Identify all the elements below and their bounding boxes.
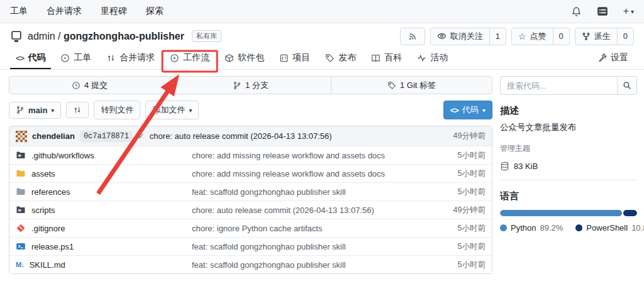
tab-code[interactable]: <> 代码 (10, 52, 51, 69)
wrench-icon (597, 53, 607, 63)
language-name: PowerShell (586, 223, 628, 233)
search-submit-button[interactable] (617, 76, 637, 95)
add-file-button[interactable]: 添加文件 ▾ (145, 101, 199, 119)
latest-commit-row: chendelian 0c7a178871 ✓ chore: auto rele… (9, 126, 492, 146)
tags-stat-label: 1 Git 标签 (400, 80, 436, 91)
language-legend: Python 89.2% PowerShell 10.8% (500, 223, 637, 233)
unwatch-label: 取消关注 (450, 31, 483, 42)
branch-selector[interactable]: main ▾ (9, 102, 61, 119)
stars-count[interactable]: 0 (553, 28, 569, 45)
status-check-icon[interactable]: ✓ (138, 131, 145, 141)
file-name[interactable]: release.ps1 (31, 242, 74, 251)
tab-packages[interactable]: 软件包 (219, 52, 270, 69)
language-percent: 10.8% (631, 223, 644, 233)
notifications-bell-icon[interactable] (571, 6, 582, 17)
code-search-input[interactable] (500, 76, 617, 95)
file-name[interactable]: assets (31, 169, 55, 178)
table-row: M↓ SKILL.md feat: scaffold gongzhonghao … (9, 255, 492, 273)
file-name[interactable]: references (31, 187, 70, 197)
fork-icon (582, 32, 591, 41)
chevron-down-icon: ▾ (189, 107, 192, 114)
tab-pulls[interactable]: 合并请求 (101, 52, 160, 69)
tab-settings[interactable]: 设置 (592, 52, 634, 69)
nav-milestones[interactable]: 里程碑 (101, 6, 127, 17)
chevron-down-icon: ▾ (631, 8, 634, 15)
eye-icon (437, 31, 447, 41)
language-segment-powershell[interactable] (623, 210, 637, 216)
repo-owner-link[interactable]: admin (28, 31, 55, 41)
table-row: scripts chore: auto release commit (2026… (9, 200, 492, 219)
search-icon (623, 81, 631, 90)
commit-message[interactable]: chore: auto release commit (2026-04-13 1… (150, 131, 332, 141)
clock-icon (72, 81, 80, 90)
file-name[interactable]: SKILL.md (30, 260, 65, 270)
file-toolbar: main ▾ 转到文件 添加文件 ▾ <> 代码 ▾ (9, 101, 492, 119)
file-commit-message[interactable]: feat: scaffold gongzhonghao publisher sk… (192, 187, 458, 197)
file-commit-time: 5小时前 (458, 150, 486, 161)
fork-label: 派生 (594, 31, 611, 42)
rss-feed-button[interactable] (400, 28, 425, 45)
nav-issues[interactable]: 工单 (10, 6, 28, 17)
repo-stats-bar: 4 提交 1 分支 1 Git 标签 (9, 76, 492, 94)
powershell-file-icon (16, 241, 26, 251)
code-download-button[interactable]: <> 代码 ▾ (443, 101, 492, 119)
language-bar[interactable] (500, 210, 637, 216)
nav-explore[interactable]: 探索 (146, 6, 164, 17)
code-icon: <> (16, 53, 24, 63)
file-commit-message[interactable]: chore: ignore Python cache artifacts (192, 224, 458, 233)
repo-sidebar: 描述 公众号文章批量发布 管理主题 83 KiB 语言 Python 89.2% (500, 76, 637, 274)
watchers-count[interactable]: 1 (489, 28, 506, 45)
tab-wiki[interactable]: 百科 (365, 52, 408, 69)
file-name[interactable]: scripts (31, 206, 55, 215)
create-new-button[interactable]: + ▾ (623, 6, 634, 17)
tab-actions[interactable]: 工作流 (164, 52, 215, 69)
legend-item-python[interactable]: Python 89.2% (500, 223, 563, 233)
commit-sha-badge[interactable]: 0c7a178871 (80, 131, 133, 142)
tab-releases[interactable]: 发布 (319, 52, 362, 69)
issue-icon (60, 53, 70, 63)
branch-icon (16, 106, 25, 114)
table-row: .github/workflows chore: add missing rel… (9, 146, 492, 164)
goto-file-button[interactable]: 转到文件 (94, 101, 140, 119)
tag-icon (387, 81, 396, 90)
content-area: 4 提交 1 分支 1 Git 标签 (0, 70, 644, 274)
tags-stat[interactable]: 1 Git 标签 (331, 77, 492, 94)
compare-icon (73, 106, 82, 114)
language-percent: 89.2% (540, 223, 563, 233)
folder-icon (16, 187, 26, 197)
manage-topics-link[interactable]: 管理主题 (500, 143, 637, 154)
private-repo-badge: 私有库 (192, 30, 221, 42)
file-commit-message[interactable]: chore: auto release commit (2026-04-13 1… (192, 206, 453, 215)
goto-file-label: 转到文件 (101, 104, 133, 116)
file-name[interactable]: .gitignore (31, 224, 65, 233)
table-row: references feat: scaffold gongzhonghao p… (9, 182, 492, 200)
description-title: 描述 (500, 105, 637, 117)
fork-button[interactable]: 派生 0 (575, 28, 634, 45)
code-icon: <> (450, 106, 458, 115)
tab-issues[interactable]: 工单 (55, 52, 97, 69)
language-segment-python[interactable] (500, 210, 622, 216)
compare-button[interactable] (66, 102, 89, 118)
forks-count[interactable]: 0 (617, 28, 633, 45)
legend-item-powershell[interactable]: PowerShell 10.8% (575, 223, 644, 233)
markdown-file-icon: M↓ (16, 261, 24, 268)
tab-pulls-label: 合并请求 (119, 52, 155, 63)
file-name[interactable]: .github/workflows (31, 151, 94, 160)
tab-activity[interactable]: 活动 (411, 52, 453, 69)
file-commit-message[interactable]: chore: add missing release workflow and … (192, 169, 458, 178)
star-button[interactable]: ☆ 点赞 0 (511, 28, 570, 45)
file-commit-message[interactable]: feat: scaffold gongzhonghao publisher sk… (192, 260, 458, 270)
commit-author[interactable]: chendelian (32, 131, 75, 141)
nav-pulls[interactable]: 合并请求 (47, 6, 82, 17)
commits-stat[interactable]: 4 提交 (9, 77, 170, 94)
file-commit-message[interactable]: feat: scaffold gongzhonghao publisher sk… (192, 242, 458, 251)
tab-projects[interactable]: 项目 (274, 52, 316, 69)
user-avatar[interactable] (597, 6, 608, 17)
repo-name-link[interactable]: gongzhonghao-publisher (64, 31, 184, 41)
unwatch-button[interactable]: 取消关注 1 (430, 28, 506, 45)
author-avatar[interactable] (16, 131, 27, 142)
file-commit-message[interactable]: chore: add missing release workflow and … (192, 151, 458, 160)
branches-stat[interactable]: 1 分支 (170, 77, 331, 94)
code-button-label: 代码 (462, 104, 479, 116)
chevron-down-icon: ▾ (51, 107, 54, 114)
